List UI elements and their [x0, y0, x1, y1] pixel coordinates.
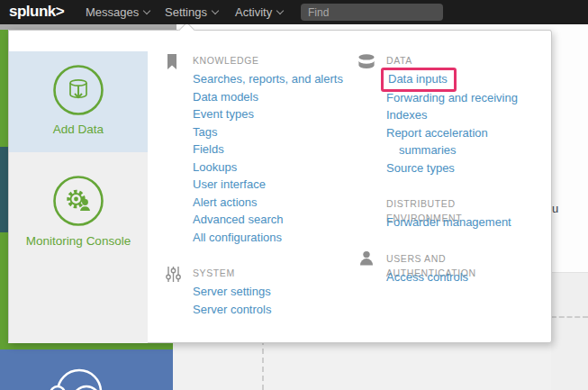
menu-link-access-controls[interactable]: Access controls	[386, 268, 534, 286]
menu-link-alert-actions[interactable]: Alert actions	[193, 194, 360, 212]
add-data-icon	[52, 64, 104, 116]
background-sidebar-teal-segment	[0, 147, 8, 232]
headset-illustration-icon	[0, 349, 173, 390]
menu-link-user-interface[interactable]: User interface	[193, 176, 360, 194]
menu-link-all-configurations[interactable]: All configurations	[193, 229, 360, 247]
section-header: DATA	[386, 53, 534, 68]
background-green-bar	[0, 343, 173, 349]
section-data: DATA Data inputs Forwarding and receivin…	[386, 53, 534, 177]
nav-activity[interactable]: Activity	[235, 5, 283, 19]
menu-link-event-types[interactable]: Event types	[193, 105, 360, 123]
section-knowledge: KNOWLEDGE Searches, reports, and alerts …	[193, 53, 360, 246]
monitoring-console-icon	[52, 175, 104, 227]
splunk-logo[interactable]: splunk>	[9, 3, 64, 21]
menu-link-source-types[interactable]: Source types	[386, 159, 534, 177]
menu-link-advanced-search[interactable]: Advanced search	[193, 211, 360, 229]
add-data-label: Add Data	[53, 122, 104, 136]
menu-link-searches-reports-alerts[interactable]: Searches, reports, and alerts	[193, 70, 360, 88]
background-right-gray-area	[551, 272, 588, 390]
menu-link-forwarding-receiving[interactable]: Forwarding and receiving	[386, 89, 534, 107]
section-header: SYSTEM	[193, 266, 360, 280]
chevron-down-icon	[143, 7, 150, 14]
add-data-tile[interactable]: Add Data	[9, 51, 148, 152]
section-header: DISTRIBUTED ENVIRONMENT	[386, 196, 534, 211]
find-input[interactable]	[301, 4, 443, 21]
bookmark-icon	[166, 54, 178, 70]
background-right-area	[551, 30, 588, 272]
menu-link-data-inputs[interactable]: Data inputs	[388, 70, 448, 88]
menu-link-fields[interactable]: Fields	[193, 141, 360, 159]
menu-link-forwarder-management[interactable]: Forwarder management	[386, 213, 534, 231]
menu-tiles: Add Data Monitoring Console	[9, 31, 148, 343]
menu-link-data-models[interactable]: Data models	[193, 88, 360, 106]
menu-column-data-users: DATA Data inputs Forwarding and receivin…	[386, 53, 534, 286]
chevron-down-icon	[276, 7, 284, 14]
background-text-fragment: u	[552, 202, 558, 215]
menu-column-knowledge-system: KNOWLEDGE Searches, reports, and alerts …	[193, 53, 360, 318]
user-icon	[359, 250, 374, 266]
menu-link-report-acceleration-summaries[interactable]: Report acceleration summaries	[386, 124, 534, 159]
menu-link-server-controls[interactable]: Server controls	[193, 301, 360, 319]
background-blue-illustration-panel	[0, 349, 173, 390]
topbar: splunk> Messages Settings Activity	[0, 0, 588, 24]
menu-link-lookups[interactable]: Lookups	[193, 159, 360, 177]
data-inputs-highlight-box: Data inputs	[381, 68, 457, 92]
monitoring-console-label: Monitoring Console	[26, 234, 131, 248]
section-header: KNOWLEDGE	[193, 53, 360, 68]
background-dashed-line-horizontal	[551, 316, 588, 318]
sliders-icon	[166, 267, 181, 282]
section-users-authentication: USERS AND AUTHENTICATION Access controls	[386, 251, 534, 286]
chevron-down-icon	[212, 7, 219, 14]
nav-messages[interactable]: Messages	[86, 5, 149, 19]
menu-link-indexes[interactable]: Indexes	[386, 106, 534, 124]
section-distributed-environment: DISTRIBUTED ENVIRONMENT Forwarder manage…	[386, 196, 534, 231]
monitoring-console-tile[interactable]: Monitoring Console	[9, 152, 148, 343]
menu-link-server-settings[interactable]: Server settings	[193, 283, 360, 301]
settings-menu: Add Data Monitoring Console KNOWLEDGE Se…	[8, 30, 552, 343]
section-header: USERS AND AUTHENTICATION	[386, 251, 534, 266]
database-icon	[357, 54, 375, 69]
menu-link-tags[interactable]: Tags	[193, 123, 360, 141]
nav-settings[interactable]: Settings	[165, 5, 218, 19]
section-system: SYSTEM Server settings Server controls	[193, 266, 360, 318]
